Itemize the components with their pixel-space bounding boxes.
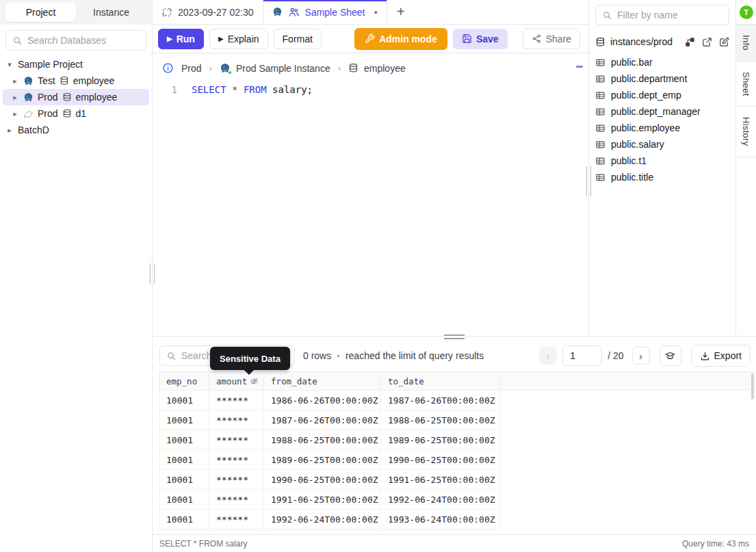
info-icon[interactable] (162, 62, 174, 74)
cell: 1989-06-25T00:00:00Z (381, 430, 501, 450)
column-label: amount (216, 376, 247, 386)
table-name: public.dept_emp (611, 90, 681, 101)
postgres-icon (23, 76, 34, 86)
table-list-item[interactable]: public.t1 (595, 153, 729, 169)
share-button[interactable]: Share (523, 29, 580, 49)
schema-diagram-icon[interactable] (685, 37, 695, 47)
editor-scrollbar-thumb[interactable] (576, 66, 583, 68)
table-icon (595, 123, 605, 133)
column-header-to-date[interactable]: to_date (381, 372, 501, 391)
tree-item-test-employee[interactable]: ▸ Test employee (3, 73, 149, 89)
sql-editor-app: Project Instance ▾ Sample Project ▸ Test (0, 0, 756, 552)
table-name: public.department (611, 73, 687, 84)
next-page-button[interactable]: › (632, 347, 650, 365)
main-area: 2023-09-27 02:30 Sample Sheet ● + (153, 0, 756, 552)
caret-right-icon[interactable]: ▸ (11, 93, 19, 102)
tab-instance[interactable]: Instance (76, 3, 146, 22)
database-name: d1 (76, 108, 87, 119)
sheet-tab-bar: 2023-09-27 02:30 Sample Sheet ● + (153, 0, 588, 25)
eye-off-icon (250, 377, 259, 386)
space (226, 84, 232, 95)
search-icon (602, 10, 612, 21)
sql-editor[interactable]: Prod › Prod Sample Instance › (153, 53, 588, 336)
table-row: 10001******1991-06-25T00:00:00Z1992-06-2… (159, 490, 501, 510)
tab-adhoc-sheet[interactable]: 2023-09-27 02:30 (153, 0, 263, 24)
database-name: employee (76, 92, 118, 103)
chevron-right-icon: › (209, 63, 212, 73)
tab-history[interactable]: History (736, 107, 756, 157)
mysql-icon (23, 109, 34, 119)
caret-right-icon[interactable]: ▸ (11, 77, 19, 86)
column-header-from-date[interactable]: from_date (264, 372, 381, 391)
column-header-filler (501, 372, 756, 391)
edit-icon[interactable] (719, 37, 729, 47)
user-avatar[interactable]: T (740, 5, 753, 19)
external-link-icon[interactable] (702, 37, 712, 47)
run-button[interactable]: ▶ Run (158, 29, 204, 49)
save-icon (462, 34, 472, 44)
cell: 1990-06-25T00:00:00Z (381, 450, 501, 470)
play-icon: ▶ (167, 36, 172, 42)
code-line-1[interactable]: 1 SELECT * FROM salary; (153, 83, 588, 96)
search-databases-box (5, 30, 146, 51)
editor-column: 2023-09-27 02:30 Sample Sheet ● + (153, 0, 588, 336)
prev-page-button[interactable]: ‹ (539, 347, 557, 365)
caret-right-icon[interactable]: ▸ (11, 109, 19, 118)
connection-breadcrumb: Prod › Prod Sample Instance › (153, 53, 588, 78)
filter-by-name-input[interactable] (617, 10, 722, 21)
format-button[interactable]: Format (274, 29, 322, 49)
column-header-emp-no[interactable]: emp_no (159, 372, 209, 391)
explain-label: Explain (228, 34, 259, 44)
table-list-item[interactable]: public.department (595, 70, 729, 87)
tab-info[interactable]: Info (736, 24, 756, 62)
result-table: emp_no amount from_date to_date 10001***… (153, 371, 756, 534)
table-name: public.dept_manager (611, 106, 701, 117)
tree-item-sample-project[interactable]: ▾ Sample Project (3, 56, 149, 73)
sidebar-resize-handle[interactable] (150, 263, 155, 284)
table-icon (595, 57, 605, 68)
share-icon (532, 34, 542, 44)
play-icon: ▶ (218, 36, 224, 42)
table-row: 10001******1986-06-26T00:00:00Z1987-06-2… (159, 391, 501, 410)
cell-masked: ****** (209, 490, 264, 510)
tree-item-prod-employee[interactable]: ▸ Prod employee (3, 89, 149, 105)
info-panel-resize-handle[interactable] (586, 166, 591, 196)
schema-info-panel: instances/prod (588, 0, 735, 336)
cell: 1992-06-24T00:00:00Z (264, 510, 381, 529)
results-scrollbar-thumb[interactable] (751, 373, 754, 399)
tab-project[interactable]: Project (5, 3, 76, 22)
page-number-input[interactable] (562, 345, 602, 366)
table-list-item[interactable]: public.dept_manager (595, 103, 729, 120)
new-tab-button[interactable]: + (387, 0, 415, 24)
query-results-panel: 0 rows - reached the limit of query resu… (153, 340, 756, 552)
tree-item-prod-d1[interactable]: ▸ Prod d1 (3, 105, 149, 122)
table-list-item[interactable]: public.title (595, 169, 729, 185)
cell: 1993-06-24T00:00:00Z (381, 510, 501, 529)
breadcrumb-environment[interactable]: Prod (181, 63, 202, 74)
search-databases-input[interactable] (27, 35, 140, 46)
database-icon (348, 63, 359, 73)
column-header-amount[interactable]: amount (209, 372, 264, 391)
breadcrumb-instance[interactable]: Prod Sample Instance (220, 63, 330, 74)
table-list-item[interactable]: public.salary (595, 136, 729, 153)
environment-label: Prod (181, 63, 202, 74)
export-button[interactable]: Export (691, 345, 751, 367)
table-row: 10001******1988-06-25T00:00:00Z1989-06-2… (159, 430, 501, 450)
save-button[interactable]: Save (453, 29, 508, 49)
tab-sheet[interactable]: Sheet (736, 62, 756, 107)
table-list-item[interactable]: public.dept_emp (595, 87, 729, 103)
tab-sample-sheet[interactable]: Sample Sheet ● (263, 0, 387, 24)
download-icon (700, 351, 710, 361)
data-masking-button[interactable] (660, 345, 681, 366)
explain-button[interactable]: ▶ Explain (209, 29, 268, 49)
database-icon (62, 109, 72, 118)
tab-label: Sample Sheet (305, 7, 365, 18)
admin-mode-button[interactable]: Admin mode (354, 28, 447, 50)
table-list-item[interactable]: public.bar (595, 54, 729, 70)
table-list-item[interactable]: public.employee (595, 120, 729, 136)
tree-item-batchd[interactable]: ▸ BatchD (3, 122, 149, 138)
breadcrumb-database[interactable]: employee (348, 63, 406, 74)
cell-masked: ****** (209, 391, 264, 410)
caret-right-icon[interactable]: ▸ (5, 126, 14, 135)
caret-down-icon[interactable]: ▾ (5, 60, 14, 69)
